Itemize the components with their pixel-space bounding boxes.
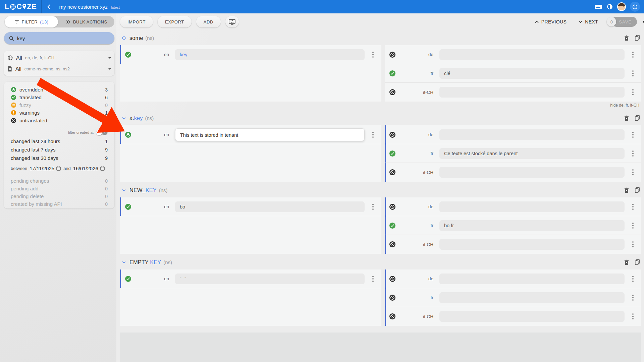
language-label: en <box>134 132 169 137</box>
date-to-field[interactable]: 16/01/2026 <box>73 166 105 171</box>
next-button[interactable]: NEXT <box>578 19 598 24</box>
copy-key-button[interactable] <box>635 259 640 265</box>
status-count: 3 <box>105 87 108 93</box>
translation-input-new-key-en[interactable]: bo <box>175 201 365 212</box>
copy-key-icon <box>635 187 640 193</box>
expand-toggle[interactable] <box>121 35 127 41</box>
translation-row-some-it-CH: it-CH <box>385 83 641 102</box>
key-body: enkeydefrcléit-CH <box>120 45 641 102</box>
key-sections: some(ns)enkeydefrcléit-CHhide de, fr, it… <box>120 34 641 330</box>
logout-power-button[interactable] <box>630 2 640 12</box>
sidebar-top-buttons: FILTER (13) BULK ACTIONS <box>5 16 114 27</box>
row-menu-button[interactable] <box>625 276 641 282</box>
status-filter-translated[interactable]: translated6 <box>11 94 108 101</box>
expand-toggle[interactable] <box>121 187 127 193</box>
translation-input-empty-key-it-CH[interactable] <box>439 311 625 322</box>
date-from-value: 17/11/2025 <box>30 166 54 171</box>
translation-input-some-it-CH[interactable] <box>439 87 625 98</box>
row-menu-button[interactable] <box>365 204 381 210</box>
filter-button[interactable]: FILTER (13) <box>5 16 58 27</box>
delete-key-button[interactable] <box>624 187 629 193</box>
language-list: en, de, fr, it-CH <box>25 55 105 60</box>
status-filter-warnings[interactable]: warnings1 <box>11 109 108 117</box>
add-button[interactable]: ADD <box>196 16 221 27</box>
status-filter-fuzzy[interactable]: fuzzy0 <box>11 101 108 109</box>
translation-input-new-key-de[interactable] <box>439 201 625 212</box>
globe-icon <box>10 4 16 10</box>
row-menu-button[interactable] <box>625 169 641 175</box>
language-filter-select[interactable]: All en, de, fr, it-CH <box>7 52 111 63</box>
collapse-panel-icon[interactable] <box>640 19 644 24</box>
user-avatar[interactable] <box>617 2 626 11</box>
translation-input-empty-key-de[interactable] <box>439 274 625 284</box>
row-menu-button[interactable] <box>625 150 641 157</box>
row-menu-button[interactable] <box>625 52 641 58</box>
copy-key-button[interactable] <box>635 35 640 41</box>
status-filter-untranslated[interactable]: untranslated <box>11 117 108 124</box>
expand-toggle[interactable] <box>121 115 127 121</box>
row-menu-button[interactable] <box>625 204 641 210</box>
status-filter-list: overridden3translated6fuzzy0warnings1unt… <box>11 86 108 124</box>
search-input[interactable]: key <box>4 32 114 44</box>
row-menu-button[interactable] <box>625 132 641 138</box>
row-menu-button[interactable] <box>365 132 381 138</box>
review-mode-button[interactable] <box>225 16 239 27</box>
row-menu-button[interactable] <box>365 52 381 58</box>
row-menu-button[interactable] <box>625 89 641 95</box>
status-filter-overridden[interactable]: overridden3 <box>11 86 108 94</box>
date-from-field[interactable]: 17/11/2025 <box>30 166 61 171</box>
translated-status-icon <box>389 70 396 77</box>
copy-key-button[interactable] <box>635 115 640 121</box>
changed-filter-2[interactable]: changed last 30 days9 <box>11 154 108 162</box>
translation-input-a-key-it-CH[interactable] <box>439 167 625 178</box>
translation-input-empty-key-en[interactable]: " " <box>175 274 365 284</box>
bulk-actions-button[interactable]: BULK ACTIONS <box>53 16 114 27</box>
delete-key-button[interactable] <box>624 115 629 121</box>
untranslated-status-icon <box>389 169 396 176</box>
hide-languages-link[interactable]: hide de, fr, it-CH <box>120 102 641 108</box>
translation-input-some-en[interactable]: key <box>175 49 365 60</box>
pending-filter-1[interactable]: pending add0 <box>11 185 108 192</box>
key-section-new-key: NEW_KEY(ns)enbodefrbo frit-CH <box>120 186 641 254</box>
pending-filter-3[interactable]: created by missing API0 <box>11 200 108 208</box>
filter-button-label: FILTER <box>22 19 38 24</box>
translation-input-a-key-en[interactable]: This text is stored in tenant <box>175 128 365 141</box>
created-at-toggle[interactable]: × <box>96 130 108 135</box>
changed-filter-0[interactable]: changed last 24 hours1 <box>11 137 108 145</box>
translation-input-a-key-fr[interactable]: Ce texte est stocké dans le parent <box>439 148 625 159</box>
row-menu-button[interactable] <box>625 70 641 76</box>
back-button[interactable] <box>42 0 56 13</box>
copy-key-button[interactable] <box>635 187 640 193</box>
row-menu-button[interactable] <box>625 295 641 301</box>
translation-input-a-key-de[interactable] <box>439 129 625 140</box>
delete-key-button[interactable] <box>624 259 629 265</box>
translation-input-some-fr[interactable]: clé <box>439 68 625 79</box>
language-label: en <box>134 52 169 57</box>
filter-icon <box>14 19 19 24</box>
shortcuts-keyboard-button[interactable] <box>594 4 602 10</box>
row-menu-button[interactable] <box>365 276 381 282</box>
row-menu-button[interactable] <box>625 313 641 319</box>
translation-input-some-de[interactable] <box>439 49 625 60</box>
pending-filter-2[interactable]: pending delete0 <box>11 192 108 200</box>
row-menu-button[interactable] <box>625 223 641 229</box>
translation-input-new-key-it-CH[interactable] <box>439 239 625 250</box>
save-control[interactable]: 0 SAVE <box>607 17 637 27</box>
row-menu-button[interactable] <box>625 241 641 247</box>
delete-key-button[interactable] <box>624 35 629 41</box>
translation-row-a-key-de: de <box>385 125 641 144</box>
previous-button[interactable]: PREVIOUS <box>534 19 567 24</box>
import-button[interactable]: IMPORT <box>120 16 153 27</box>
theme-toggle-button[interactable] <box>606 3 613 10</box>
changed-filter-1[interactable]: changed last 7 days9 <box>11 145 108 154</box>
version-badge: latest <box>111 5 120 9</box>
translation-row-empty-key-fr: fr <box>385 288 641 307</box>
expand-toggle[interactable] <box>121 259 127 265</box>
namespace-filter-select[interactable]: All come-ns-come, ns, ns2 <box>7 63 111 74</box>
pending-filter-0[interactable]: pending changes0 <box>11 177 108 185</box>
translation-input-new-key-fr[interactable]: bo fr <box>439 220 625 231</box>
delete-key-icon <box>624 259 629 265</box>
status-label: fuzzy <box>19 102 102 108</box>
export-button[interactable]: EXPORT <box>158 16 192 27</box>
translation-input-empty-key-fr[interactable] <box>439 292 625 303</box>
